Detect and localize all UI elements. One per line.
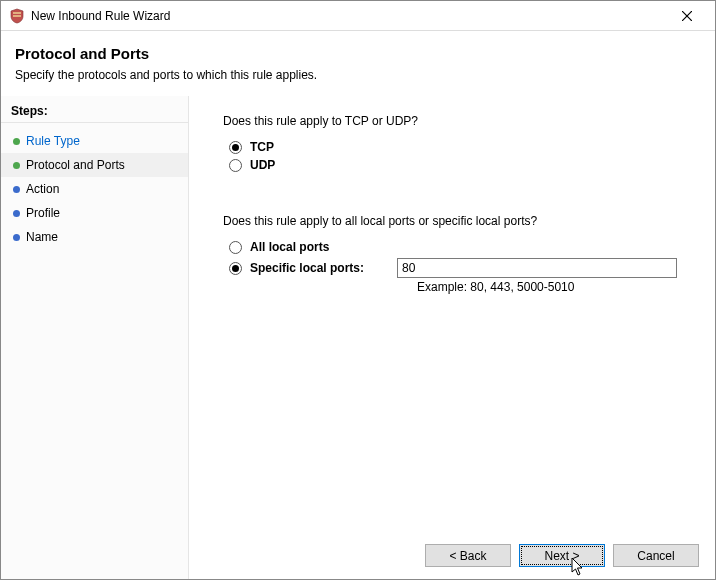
radio-label: TCP	[250, 140, 274, 154]
specific-ports-input[interactable]	[397, 258, 677, 278]
step-profile[interactable]: Profile	[1, 201, 188, 225]
radio-icon	[229, 262, 242, 275]
step-label: Action	[26, 182, 59, 196]
close-icon	[682, 11, 692, 21]
content-panel: Does this rule apply to TCP or UDP? TCP …	[189, 96, 715, 579]
bullet-icon	[13, 138, 20, 145]
step-label: Profile	[26, 206, 60, 220]
bullet-icon	[13, 234, 20, 241]
steps-sidebar: Steps: Rule Type Protocol and Ports Acti…	[1, 96, 189, 579]
steps-header: Steps:	[1, 102, 188, 123]
radio-icon	[229, 141, 242, 154]
svg-rect-0	[13, 12, 21, 14]
close-button[interactable]	[667, 2, 707, 30]
firewall-shield-icon	[9, 8, 25, 24]
step-label: Name	[26, 230, 58, 244]
svg-rect-1	[13, 15, 21, 17]
ports-question: Does this rule apply to all local ports …	[223, 214, 685, 228]
radio-udp[interactable]: UDP	[229, 158, 685, 172]
radio-label: UDP	[250, 158, 275, 172]
radio-specific-local-ports-row: Specific local ports:	[229, 258, 685, 278]
radio-specific-local-ports[interactable]: Specific local ports:	[229, 261, 389, 275]
wizard-window: New Inbound Rule Wizard Protocol and Por…	[0, 0, 716, 580]
step-protocol-and-ports[interactable]: Protocol and Ports	[1, 153, 188, 177]
radio-label: All local ports	[250, 240, 329, 254]
back-button[interactable]: < Back	[425, 544, 511, 567]
protocol-question: Does this rule apply to TCP or UDP?	[223, 114, 685, 128]
wizard-buttons: < Back Next > Cancel	[425, 544, 699, 567]
titlebar: New Inbound Rule Wizard	[1, 1, 715, 31]
step-rule-type[interactable]: Rule Type	[1, 129, 188, 153]
bullet-icon	[13, 186, 20, 193]
step-name[interactable]: Name	[1, 225, 188, 249]
step-action[interactable]: Action	[1, 177, 188, 201]
ports-group: Does this rule apply to all local ports …	[223, 214, 685, 294]
page-subtitle: Specify the protocols and ports to which…	[15, 68, 701, 82]
radio-icon	[229, 159, 242, 172]
step-label: Protocol and Ports	[26, 158, 125, 172]
bullet-icon	[13, 210, 20, 217]
ports-example-text: Example: 80, 443, 5000-5010	[417, 280, 685, 294]
next-button[interactable]: Next >	[519, 544, 605, 567]
page-title: Protocol and Ports	[15, 45, 701, 62]
radio-label: Specific local ports:	[250, 261, 364, 275]
steps-list: Rule Type Protocol and Ports Action Prof…	[1, 129, 188, 249]
bullet-icon	[13, 162, 20, 169]
page-header: Protocol and Ports Specify the protocols…	[1, 31, 715, 96]
window-title: New Inbound Rule Wizard	[31, 9, 667, 23]
wizard-body: Steps: Rule Type Protocol and Ports Acti…	[1, 96, 715, 579]
radio-tcp[interactable]: TCP	[229, 140, 685, 154]
cancel-button[interactable]: Cancel	[613, 544, 699, 567]
radio-all-local-ports[interactable]: All local ports	[229, 240, 685, 254]
step-label: Rule Type	[26, 134, 80, 148]
radio-icon	[229, 241, 242, 254]
